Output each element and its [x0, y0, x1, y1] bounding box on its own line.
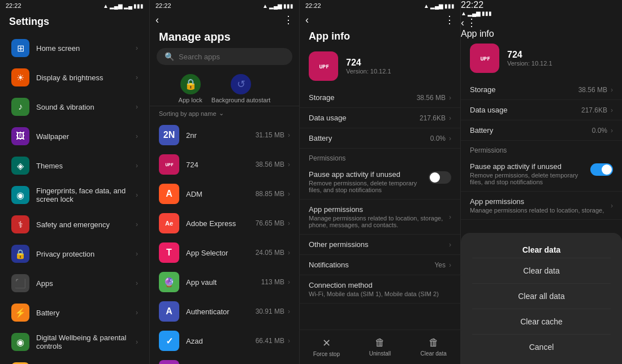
clear-data-button[interactable]: 🗑 Clear data [407, 333, 460, 361]
sidebar-item-display[interactable]: ☀ Display & brightness › [2, 63, 147, 92]
app-name-vault: App vault [186, 278, 261, 287]
cancel-button-dialog[interactable]: Cancel [461, 335, 622, 359]
sidebar-item-label: Sound & vibration [36, 103, 136, 111]
data-usage-value-1: 217.6KB [420, 114, 446, 122]
other-permissions-row-1[interactable]: Other permissions › [300, 235, 460, 255]
battery-icon-3: ▮▮▮ [444, 3, 455, 9]
back-button[interactable]: ‹ [156, 14, 159, 26]
uninstall-button[interactable]: 🗑 Uninstall [353, 333, 407, 361]
app-size-adm: 88.85 MB [256, 190, 284, 198]
permissions-section-1: Permissions [300, 149, 460, 164]
clear-data-icon: 🗑 [429, 337, 439, 349]
search-input[interactable] [179, 53, 284, 61]
chevron-right-icon: › [288, 307, 290, 315]
wifi-icon-1: ▂▄ [124, 3, 132, 9]
chevron-right-icon: › [449, 135, 451, 142]
sidebar-item-label: Apps [36, 279, 136, 288]
storage-row-1[interactable]: Storage 38.56 MB › [300, 88, 460, 108]
sidebar-item-apps[interactable]: ⬛ Apps › [2, 268, 147, 298]
pause-activity-label-1: Pause app activity if unused [309, 170, 429, 179]
pause-activity-toggle-2[interactable] [590, 163, 613, 176]
pause-activity-row-2: Pause app activity if unused Remove perm… [461, 157, 622, 192]
back-button[interactable]: ‹ [305, 14, 309, 26]
battery-label-1: Battery [309, 134, 430, 142]
battery-row-2[interactable]: Battery 0.0% › [461, 120, 622, 141]
sidebar-item-battery[interactable]: ⚡ Battery › [2, 298, 147, 327]
sidebar-item-wallpaper[interactable]: 🖼 Wallpaper › [2, 122, 147, 151]
sidebar-item-privacy[interactable]: 🔒 Privacy protection › [2, 239, 147, 268]
status-bar-3: 22:22 ▲ ▂▄▆ ▮▮▮ [300, 0, 460, 11]
connection-method-row-1[interactable]: Connection method Wi-Fi, Mobile data (SI… [300, 275, 460, 304]
chevron-right-icon: › [449, 114, 451, 122]
bottom-bar-1: ✕ Force stop 🗑 Uninstall 🗑 Clear data [300, 330, 460, 364]
list-item[interactable]: 2N 2nr 31.15 MB › [150, 120, 299, 150]
manage-apps-panel: 22:22 ▲ ▂▄▆ ▮▮▮ ‹ ⋮ Manage apps 🔍 🔒 App … [150, 0, 300, 364]
list-item[interactable]: Ae Adobe Express 76.65 MB › [150, 209, 299, 238]
app-header-1: ᴜᴘꜰ 724 Version: 10.12.1 [300, 47, 460, 88]
search-bar[interactable]: 🔍 [157, 48, 292, 65]
chevron-right-icon: › [136, 250, 138, 258]
manage-apps-title: Manage apps [150, 28, 299, 48]
notifications-value-1: Yes [434, 261, 446, 269]
storage-value-2: 38.56 MB [578, 86, 607, 94]
data-usage-row-2[interactable]: Data usage 217.6KB › [461, 100, 622, 120]
list-item[interactable]: b b-amooz 276 MB › [150, 356, 299, 364]
clear-all-data-option[interactable]: Clear all data [461, 284, 622, 309]
list-item[interactable]: ᴜᴘꜰ 724 38.56 MB › [150, 150, 299, 179]
clear-data-dialog: Clear data Clear data Clear all data Cle… [461, 233, 622, 364]
battery-icon: ⚡ [11, 304, 29, 322]
app-size-azad: 66.41 MB [256, 337, 284, 345]
app-permissions-row-2[interactable]: App permissions Manage permissions relat… [461, 192, 622, 220]
sidebar-item-digital-wellbeing[interactable]: ◉ Digital Wellbeing & parental controls … [2, 327, 147, 357]
pause-activity-toggle-1[interactable] [429, 171, 451, 184]
time-1: 22:22 [6, 2, 21, 9]
sidebar-item-xiaomi-account[interactable]: 小 Xiaomi Account 6653841609 › [2, 357, 147, 364]
chevron-right-icon: › [136, 191, 138, 199]
sidebar-item-label: Privacy protection [36, 250, 136, 258]
app-permissions-row-1[interactable]: App permissions Manage permissions relat… [300, 200, 460, 235]
sort-chevron-icon[interactable]: ⌄ [219, 110, 224, 117]
list-item[interactable]: 🔮 App vault 113 MB › [150, 267, 299, 297]
more-options-button-2[interactable]: ⋮ [466, 17, 477, 28]
notifications-row-1[interactable]: Notifications Yes › [300, 255, 460, 275]
status-bar-2: 22:22 ▲ ▂▄▆ ▮▮▮ [150, 0, 299, 11]
data-usage-row-1[interactable]: Data usage 217.6KB › [300, 108, 460, 128]
battery-icon-4: ▮▮▮ [482, 10, 492, 16]
chevron-right-icon: › [288, 190, 290, 198]
background-autostart-shortcut[interactable]: ↺ Background autostart [211, 74, 271, 103]
sidebar-item-home-screen[interactable]: ⊞ Home screen › [2, 33, 147, 63]
app-lock-shortcut[interactable]: 🔒 App lock [179, 74, 202, 103]
list-item[interactable]: ✓ Azad 66.41 MB › [150, 326, 299, 356]
app-info-nav-1: ‹ ⋮ [300, 11, 460, 28]
app-info-title-2: App info [461, 29, 622, 39]
network-icon-4: ▲ [461, 10, 466, 16]
list-item[interactable]: A ADM 88.85 MB › [150, 179, 299, 209]
connection-method-label-1: Connection method [309, 281, 373, 289]
more-options-button[interactable]: ⋮ [444, 14, 455, 26]
apps-icon: ⬛ [11, 274, 29, 292]
signal-icon-2: ▂▄▆ [269, 3, 282, 9]
app-header-icon-2: ᴜᴘꜰ [470, 44, 499, 73]
app-permissions-label-1: App permissions [309, 205, 449, 214]
back-button-2[interactable]: ‹ [461, 17, 464, 28]
data-usage-label-1: Data usage [309, 114, 420, 122]
sidebar-item-safety[interactable]: ⚕ Safety and emergency › [2, 210, 147, 239]
sidebar-item-themes[interactable]: ◈ Themes › [2, 151, 147, 180]
more-options-button[interactable]: ⋮ [283, 14, 293, 26]
digital-wellbeing-icon: ◉ [11, 333, 29, 351]
list-item[interactable]: A Authenticator 30.91 MB › [150, 297, 299, 326]
storage-row-2[interactable]: Storage 38.56 MB › [461, 80, 622, 100]
force-stop-button[interactable]: ✕ Force stop [300, 333, 353, 361]
dialog-title: Clear data [461, 237, 622, 258]
time-2: 22:22 [156, 2, 171, 9]
sidebar-item-fingerprints[interactable]: ◉ Fingerprints, face data, and screen lo… [2, 180, 147, 210]
clear-data-option[interactable]: Clear data [461, 258, 622, 283]
sidebar-item-sound[interactable]: ♪ Sound & vibration › [2, 92, 147, 122]
sidebar-item-label: Safety and emergency [36, 220, 136, 229]
clear-cache-option[interactable]: Clear cache [461, 309, 622, 334]
battery-row-1[interactable]: Battery 0.0% › [300, 128, 460, 149]
autostart-label: Background autostart [211, 97, 271, 103]
list-item[interactable]: T App Selector 24.05 MB › [150, 238, 299, 267]
sidebar-item-label: Battery [36, 309, 136, 317]
chevron-right-icon: › [611, 106, 613, 114]
